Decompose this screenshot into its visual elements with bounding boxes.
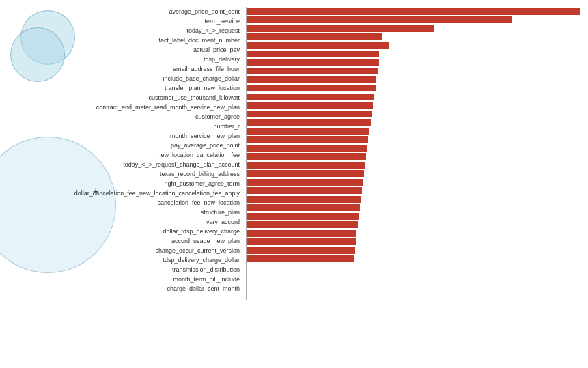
bar-label-row: texas_record_billing_address xyxy=(0,169,242,178)
bar-label-row: customer_agree xyxy=(0,112,242,121)
bar-label-row: tdsp_delivery xyxy=(0,55,242,63)
bar xyxy=(246,42,389,49)
bar xyxy=(246,68,378,74)
bar xyxy=(246,179,363,186)
bar-label-row: change_occur_current_version xyxy=(0,246,242,255)
bar-label-row: pay_average_price_point xyxy=(0,141,242,150)
bar xyxy=(246,221,358,228)
bar xyxy=(246,247,355,254)
bar xyxy=(246,8,580,15)
bar-label: right_customer_agree_term xyxy=(164,180,240,187)
bars-column xyxy=(246,7,580,264)
bar-label: fact_label_document_number xyxy=(158,37,240,44)
bar xyxy=(246,238,356,245)
bar xyxy=(246,16,512,23)
bar-label-row: average_price_point_cent xyxy=(0,7,242,16)
bar-label-row: transfer_plan_new_location xyxy=(0,83,242,92)
bar-label: include_base_charge_dollar xyxy=(163,75,240,82)
bar xyxy=(246,119,371,126)
bar-label-row: tdsp_delivery_charge_dollar xyxy=(0,255,242,264)
bar-label: charge_dollar_cent_month xyxy=(167,285,240,292)
bar-label: dollar_cancelation_fee_new_location_canc… xyxy=(74,190,240,197)
bar xyxy=(246,111,372,117)
bar-label-row: dollar_cancelation_fee_new_location_canc… xyxy=(0,188,242,197)
bar-label-row: accord_usage_new_plan xyxy=(0,236,242,245)
bar-label-row: transmission_distribution xyxy=(0,265,242,274)
bar xyxy=(246,85,376,91)
bar-label-row: number_r xyxy=(0,122,242,130)
bar-label: contract_end_meter_read_month_service_ne… xyxy=(96,104,240,111)
bar-label-row: month_term_bill_include xyxy=(0,274,242,283)
bar xyxy=(246,102,373,109)
bar xyxy=(246,33,382,40)
bar-label: transmission_distribution xyxy=(172,266,240,273)
bar xyxy=(246,94,374,100)
bar xyxy=(246,25,434,32)
bar-label: transfer_plan_new_location xyxy=(165,85,240,91)
bar-label: tdsp_delivery_charge_dollar xyxy=(163,257,240,264)
bar-label: term_service xyxy=(204,18,240,25)
bar-label-row: today_<_>_request xyxy=(0,26,242,35)
bar xyxy=(246,187,362,194)
bar-label: customer_agree xyxy=(195,113,240,120)
bar-label-row: month_service_new_plan xyxy=(0,131,242,140)
bar xyxy=(246,51,379,57)
bar xyxy=(246,136,368,143)
bar-label: cancelation_fee_new_location xyxy=(157,199,240,206)
bar-labels-column: average_price_point_centterm_servicetoda… xyxy=(0,7,242,294)
bar-label: number_r xyxy=(213,123,240,130)
bar-label-row: email_address_file_hour xyxy=(0,64,242,73)
axis-line xyxy=(246,7,247,300)
bar-label: dollar_tdsp_delivery_charge xyxy=(163,228,240,235)
chart-container: + average_price_point_centterm_serviceto… xyxy=(0,0,588,368)
bar xyxy=(246,196,361,203)
bar xyxy=(246,153,366,160)
bar-label: today_<_>_request_change_plan_account xyxy=(123,161,240,168)
bar-label-row: today_<_>_request_change_plan_account xyxy=(0,160,242,169)
bar xyxy=(246,213,359,220)
bar-label-row: contract_end_meter_read_month_service_ne… xyxy=(0,102,242,111)
bar xyxy=(246,255,354,262)
bar xyxy=(246,76,376,83)
bar-label-row: vary_accord xyxy=(0,217,242,226)
bar-label: month_service_new_plan xyxy=(170,132,240,139)
bar-label: pay_average_price_point xyxy=(171,142,240,149)
bar-label-row: charge_dollar_cent_month xyxy=(0,284,242,293)
bar xyxy=(246,170,364,177)
bar xyxy=(246,230,356,237)
bar-label: new_location_cancelation_fee xyxy=(157,152,240,158)
bar-label-row: term_service xyxy=(0,16,242,25)
bar-label-row: cancelation_fee_new_location xyxy=(0,198,242,207)
bar-label: customer_use_thousand_kilowatt xyxy=(148,94,240,101)
bar-label: tdsp_delivery xyxy=(204,56,240,63)
bar-label: texas_record_billing_address xyxy=(160,171,240,178)
bar-label: month_term_bill_include xyxy=(173,276,240,283)
bar-label: change_occur_current_version xyxy=(155,247,240,254)
bar-label-row: actual_price_pay xyxy=(0,45,242,54)
bar-label-row: customer_use_thousand_kilowatt xyxy=(0,93,242,102)
bar xyxy=(246,59,379,66)
bar xyxy=(246,145,367,152)
bar-label-row: dollar_tdsp_delivery_charge xyxy=(0,227,242,236)
bar-label: email_address_file_hour xyxy=(173,66,240,72)
bar-label: accord_usage_new_plan xyxy=(171,238,240,244)
bar-label-row: structure_plan xyxy=(0,208,242,216)
bar-label-row: fact_label_document_number xyxy=(0,36,242,44)
bar-label: today_<_>_request xyxy=(186,27,240,34)
bar xyxy=(246,128,369,135)
bar xyxy=(246,204,360,211)
bar-label: average_price_point_cent xyxy=(169,8,240,15)
bar-label-row: include_base_charge_dollar xyxy=(0,74,242,83)
bar-label-row: new_location_cancelation_fee xyxy=(0,150,242,159)
bar-label: vary_accord xyxy=(206,218,240,225)
bar-label: actual_price_pay xyxy=(193,46,240,53)
bar xyxy=(246,162,365,169)
bar-label: structure_plan xyxy=(201,209,240,216)
bar-label-row: right_customer_agree_term xyxy=(0,179,242,188)
